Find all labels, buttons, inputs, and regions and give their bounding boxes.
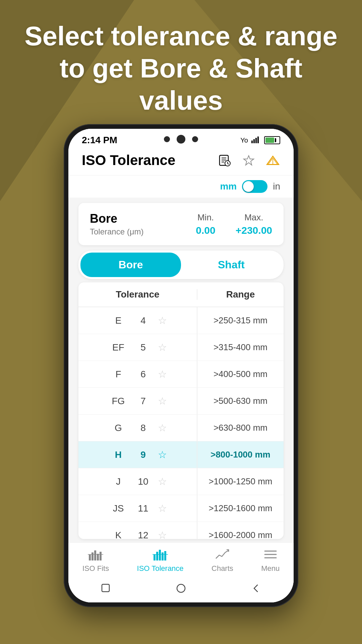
battery-fill (265, 138, 274, 143)
tolerance-cell: J 10 ☆ (78, 468, 197, 495)
svg-rect-16 (92, 552, 94, 560)
in-label: in (273, 181, 280, 192)
tolerance-number: 5 (136, 342, 150, 353)
svg-rect-21 (154, 554, 156, 560)
svg-marker-11 (244, 156, 254, 165)
nav-charts[interactable]: Charts (205, 547, 240, 573)
shaft-tab[interactable]: Shaft (181, 253, 282, 277)
status-icons: Yo (240, 136, 280, 145)
range-cell: >400-500 mm (197, 362, 284, 387)
toggle-knob (243, 181, 254, 192)
unit-toggle-row: mm in (68, 175, 294, 198)
bore-title: Bore (90, 212, 144, 226)
tolerance-table: Tolerance Range E 4 ☆ >250-315 mm EF 5 ☆… (78, 282, 284, 539)
table-row[interactable]: G 8 ☆ >630-800 mm (78, 415, 284, 441)
favorite-star-icon[interactable]: ☆ (158, 449, 167, 461)
nav-iso-tolerance[interactable]: ISO Tolerance (130, 547, 190, 573)
phone-outer-shell: 2:14 PM Yo (64, 124, 298, 607)
tolerance-letter: K (108, 530, 128, 539)
table-row[interactable]: E 4 ☆ >250-315 mm (78, 307, 284, 334)
svg-rect-17 (94, 550, 96, 560)
favorite-star-icon[interactable]: ☆ (158, 422, 167, 434)
svg-rect-18 (97, 554, 99, 560)
hero-heading: Select tolerance & range to get Bore & S… (20, 20, 342, 117)
favorites-icon-btn[interactable] (241, 153, 256, 168)
nav-charts-label: Charts (212, 564, 233, 573)
table-row[interactable]: JS 11 ☆ >1250-1600 mm (78, 495, 284, 522)
hero-section: Select tolerance & range to get Bore & S… (0, 20, 362, 117)
table-row[interactable]: EF 5 ☆ >315-400 mm (78, 334, 284, 361)
nav-menu-label: Menu (261, 564, 280, 573)
svg-rect-1 (253, 139, 255, 143)
menu-icon (262, 547, 279, 561)
bore-subtitle: Tolerance (μm) (90, 227, 144, 236)
tolerance-number: 11 (136, 503, 150, 514)
svg-rect-25 (164, 551, 166, 560)
battery-tip (275, 138, 276, 142)
mm-label: mm (220, 181, 237, 192)
range-cell: >630-800 mm (197, 415, 284, 440)
tolerance-number: 9 (136, 449, 150, 460)
svg-rect-22 (156, 552, 158, 560)
favorite-star-icon[interactable]: ☆ (158, 395, 167, 407)
unit-toggle-switch[interactable] (242, 180, 267, 193)
network-icon: Yo (240, 137, 248, 144)
favorite-star-icon[interactable]: ☆ (158, 315, 167, 326)
table-row[interactable]: K 12 ☆ >1600-2000 mm (78, 522, 284, 539)
phone-mockup: 2:14 PM Yo (64, 124, 298, 610)
table-row[interactable]: FG 7 ☆ >500-630 mm (78, 388, 284, 415)
home-btn[interactable] (174, 581, 188, 596)
phone-nav-bar (68, 576, 294, 602)
table-row[interactable]: H 9 ☆ >800-1000 mm (78, 441, 284, 468)
tolerance-number: 6 (136, 369, 150, 380)
app-bar: ISO Tolerance (68, 149, 294, 175)
tolerance-letter: E (108, 315, 128, 326)
tolerance-letter: G (108, 423, 128, 433)
bore-shaft-tabs: Bore Shaft (78, 251, 284, 279)
recent-apps-btn[interactable] (99, 581, 113, 596)
nav-iso-fits[interactable]: ISO Fits (76, 547, 116, 573)
camera-notch (164, 129, 198, 144)
bore-tab[interactable]: Bore (80, 253, 181, 277)
bore-max: Max. +230.00 (236, 212, 272, 236)
svg-rect-2 (255, 138, 257, 143)
range-cell: >500-630 mm (197, 388, 284, 414)
favorite-star-icon[interactable]: ☆ (158, 529, 167, 539)
tolerance-cell: FG 7 ☆ (78, 388, 197, 414)
charts-icon (214, 547, 231, 561)
nav-iso-tolerance-label: ISO Tolerance (137, 564, 184, 573)
tolerance-number: 4 (136, 315, 150, 326)
bore-min-label: Min. (196, 212, 215, 223)
tolerance-number: 7 (136, 396, 150, 407)
range-cell: >1000-1250 mm (197, 469, 284, 494)
svg-point-31 (177, 584, 185, 592)
tolerance-letter: H (108, 449, 128, 460)
bore-max-value: +230.00 (236, 225, 272, 236)
tolerance-letter: J (108, 476, 128, 487)
table-row[interactable]: F 6 ☆ >400-500 mm (78, 361, 284, 388)
favorite-star-icon[interactable]: ☆ (158, 341, 167, 353)
tolerance-cell: K 12 ☆ (78, 522, 197, 539)
status-bar: 2:14 PM Yo (68, 129, 294, 149)
bore-label-section: Bore Tolerance (μm) (90, 212, 144, 236)
tolerance-letter: FG (108, 396, 128, 407)
status-time: 2:14 PM (82, 135, 117, 146)
nav-menu[interactable]: Menu (254, 547, 286, 573)
range-cell: >1250-1600 mm (197, 496, 284, 521)
range-cell: >800-1000 mm (197, 442, 284, 467)
bore-min-value: 0.00 (196, 225, 215, 236)
range-cell: >250-315 mm (197, 308, 284, 333)
favorite-star-icon[interactable]: ☆ (158, 476, 167, 487)
brand-icon-btn[interactable] (265, 153, 280, 168)
history-icon-btn[interactable] (217, 153, 232, 168)
favorite-star-icon[interactable]: ☆ (158, 502, 167, 514)
tolerance-letter: JS (108, 503, 128, 514)
table-row[interactable]: J 10 ☆ >1000-1250 mm (78, 468, 284, 495)
tolerance-number: 8 (136, 423, 150, 433)
tolerance-cell: JS 11 ☆ (78, 495, 197, 522)
phone-screen: 2:14 PM Yo (68, 129, 294, 602)
camera-dot-1 (164, 136, 170, 142)
table-header: Tolerance Range (78, 282, 284, 307)
back-btn[interactable] (249, 581, 263, 596)
favorite-star-icon[interactable]: ☆ (158, 368, 167, 380)
